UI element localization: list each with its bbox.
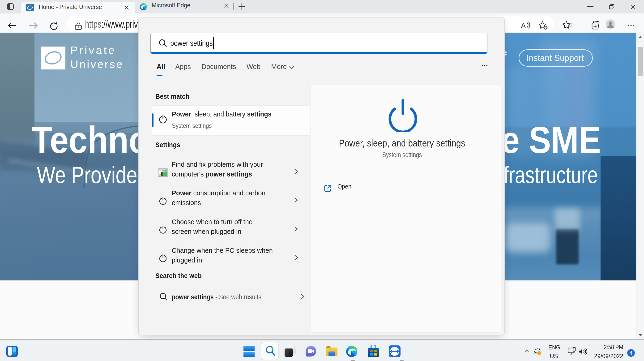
- svg-text:A: A: [521, 22, 526, 29]
